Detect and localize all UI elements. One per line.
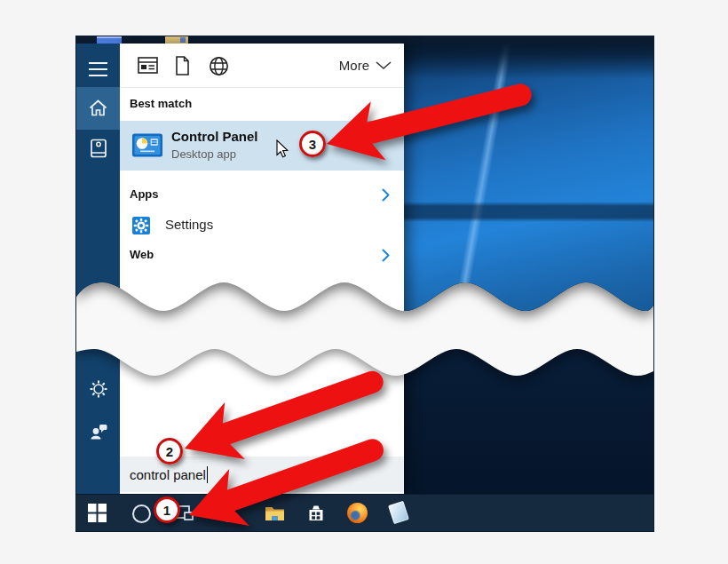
step-badge-1: 1 bbox=[154, 496, 180, 523]
documents-filter-button[interactable] bbox=[174, 56, 190, 79]
top-edge-fragment-strip bbox=[76, 36, 653, 44]
web-filter-button[interactable] bbox=[209, 56, 229, 80]
search-filter-row: More bbox=[120, 44, 404, 88]
control-panel-icon bbox=[132, 133, 162, 157]
badge-number: 2 bbox=[166, 444, 173, 459]
sidebar-notebook-button[interactable] bbox=[76, 139, 120, 158]
badge-number: 1 bbox=[163, 503, 170, 518]
chevron-right-icon bbox=[382, 249, 390, 262]
notebook-icon bbox=[90, 139, 107, 158]
settings-gear-icon bbox=[132, 217, 150, 234]
best-match-result-row[interactable]: Control Panel Desktop app bbox=[120, 121, 404, 171]
more-button[interactable]: More bbox=[339, 44, 392, 87]
web-section-row[interactable]: Web bbox=[120, 244, 404, 267]
settings-label: Settings bbox=[165, 217, 213, 232]
chevron-right-icon bbox=[382, 188, 390, 202]
document-icon bbox=[174, 56, 190, 75]
result-subtitle: Desktop app bbox=[171, 147, 236, 161]
result-title: Control Panel bbox=[171, 129, 258, 144]
settings-result-row[interactable]: Settings bbox=[120, 209, 404, 242]
search-panel-upper: More Best match Cont bbox=[120, 44, 404, 350]
home-icon bbox=[88, 99, 108, 117]
chevron-down-icon bbox=[376, 61, 392, 70]
sidebar-upper bbox=[76, 44, 120, 350]
web-section-label: Web bbox=[130, 248, 154, 261]
badge-number: 3 bbox=[309, 137, 316, 152]
apps-filter-button[interactable] bbox=[138, 56, 159, 78]
apps-window-icon bbox=[138, 56, 159, 75]
screenshot-frame: control panel bbox=[75, 36, 654, 532]
window-fragment bbox=[97, 36, 122, 44]
desktop-background-upper bbox=[404, 44, 653, 346]
step-badge-2: 2 bbox=[156, 438, 183, 465]
apps-section-row[interactable]: Apps bbox=[120, 184, 404, 207]
globe-icon bbox=[209, 56, 229, 76]
more-label: More bbox=[339, 58, 369, 73]
sidebar-home-button[interactable] bbox=[76, 99, 120, 117]
best-match-header: Best match bbox=[130, 97, 192, 110]
window-fragment bbox=[180, 37, 186, 43]
step-badge-3: 3 bbox=[299, 131, 326, 157]
hamburger-icon bbox=[89, 62, 107, 64]
menu-button[interactable] bbox=[89, 62, 107, 81]
apps-section-label: Apps bbox=[130, 187, 159, 201]
